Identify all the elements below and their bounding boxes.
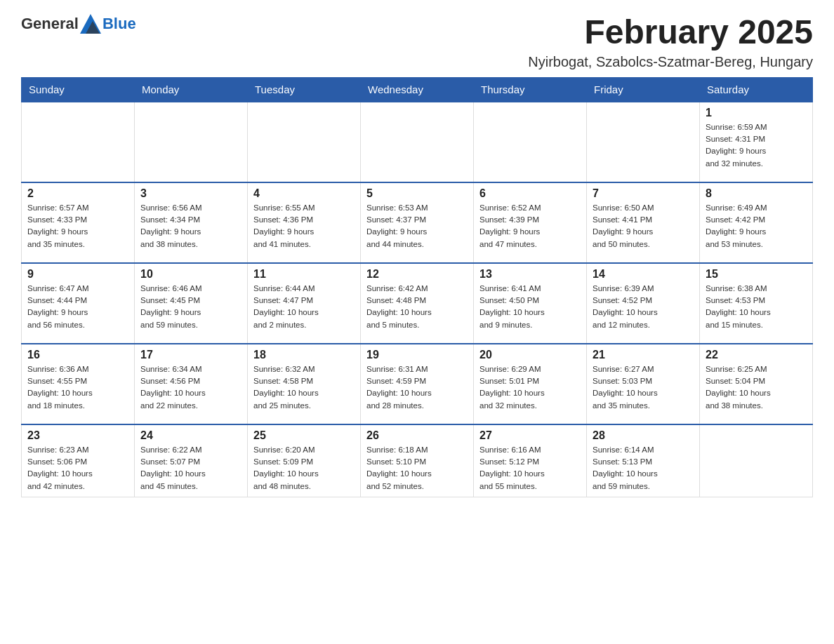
location-title: Nyirbogat, Szabolcs-Szatmar-Bereg, Hunga… (528, 54, 813, 70)
day-number: 25 (253, 429, 355, 442)
calendar-day-cell (700, 424, 813, 497)
day-number: 24 (140, 429, 241, 442)
calendar-day-cell: 22Sunrise: 6:25 AM Sunset: 5:04 PM Dayli… (700, 344, 813, 424)
calendar-day-cell: 26Sunrise: 6:18 AM Sunset: 5:10 PM Dayli… (361, 424, 474, 497)
day-number: 27 (479, 429, 581, 442)
weekday-header-thursday: Thursday (474, 77, 587, 102)
calendar-day-cell: 14Sunrise: 6:39 AM Sunset: 4:52 PM Dayli… (587, 263, 700, 344)
day-info: Sunrise: 6:39 AM Sunset: 4:52 PM Dayligh… (593, 283, 694, 331)
day-number: 3 (140, 187, 241, 200)
month-title: February 2025 (528, 14, 813, 51)
day-number: 21 (593, 349, 694, 361)
weekday-header-wednesday: Wednesday (361, 77, 474, 102)
day-number: 22 (706, 349, 807, 361)
calendar-day-cell: 6Sunrise: 6:52 AM Sunset: 4:39 PM Daylig… (474, 182, 587, 263)
calendar-day-cell (587, 102, 700, 182)
day-info: Sunrise: 6:57 AM Sunset: 4:33 PM Dayligh… (27, 202, 128, 250)
calendar-day-cell: 15Sunrise: 6:38 AM Sunset: 4:53 PM Dayli… (700, 263, 813, 344)
day-number: 19 (366, 349, 468, 361)
calendar-day-cell: 19Sunrise: 6:31 AM Sunset: 4:59 PM Dayli… (361, 344, 474, 424)
logo-icon (80, 14, 101, 34)
calendar-day-cell: 16Sunrise: 6:36 AM Sunset: 4:55 PM Dayli… (22, 344, 135, 424)
logo: General Blue (21, 14, 136, 34)
calendar-day-cell: 8Sunrise: 6:49 AM Sunset: 4:42 PM Daylig… (700, 182, 813, 263)
day-info: Sunrise: 6:56 AM Sunset: 4:34 PM Dayligh… (140, 202, 241, 250)
day-number: 15 (706, 268, 807, 281)
calendar-day-cell (135, 102, 248, 182)
calendar-week-row: 23Sunrise: 6:23 AM Sunset: 5:06 PM Dayli… (22, 424, 813, 497)
day-info: Sunrise: 6:32 AM Sunset: 4:58 PM Dayligh… (253, 363, 355, 412)
day-info: Sunrise: 6:53 AM Sunset: 4:37 PM Dayligh… (366, 202, 468, 250)
day-info: Sunrise: 6:27 AM Sunset: 5:03 PM Dayligh… (593, 363, 694, 412)
day-number: 12 (366, 268, 468, 281)
day-number: 26 (366, 429, 468, 442)
calendar-table: SundayMondayTuesdayWednesdayThursdayFrid… (21, 77, 813, 497)
calendar-day-cell: 13Sunrise: 6:41 AM Sunset: 4:50 PM Dayli… (474, 263, 587, 344)
calendar-day-cell: 27Sunrise: 6:16 AM Sunset: 5:12 PM Dayli… (474, 424, 587, 497)
calendar-day-cell: 9Sunrise: 6:47 AM Sunset: 4:44 PM Daylig… (22, 263, 135, 344)
day-number: 2 (27, 187, 128, 200)
calendar-day-cell (248, 102, 361, 182)
calendar-day-cell: 11Sunrise: 6:44 AM Sunset: 4:47 PM Dayli… (248, 263, 361, 344)
calendar-day-cell (474, 102, 587, 182)
weekday-header-saturday: Saturday (700, 77, 813, 102)
day-number: 11 (253, 268, 355, 281)
day-info: Sunrise: 6:16 AM Sunset: 5:12 PM Dayligh… (479, 444, 581, 492)
day-info: Sunrise: 6:14 AM Sunset: 5:13 PM Dayligh… (593, 444, 694, 492)
day-info: Sunrise: 6:36 AM Sunset: 4:55 PM Dayligh… (27, 363, 128, 412)
day-number: 10 (140, 268, 241, 281)
weekday-header-tuesday: Tuesday (248, 77, 361, 102)
logo-blue-text: Blue (102, 15, 136, 33)
day-info: Sunrise: 6:22 AM Sunset: 5:07 PM Dayligh… (140, 444, 241, 492)
day-info: Sunrise: 6:44 AM Sunset: 4:47 PM Dayligh… (253, 283, 355, 331)
day-number: 7 (593, 187, 694, 200)
calendar-day-cell: 28Sunrise: 6:14 AM Sunset: 5:13 PM Dayli… (587, 424, 700, 497)
calendar-day-cell (22, 102, 135, 182)
day-number: 9 (27, 268, 128, 281)
day-number: 13 (479, 268, 581, 281)
day-number: 17 (140, 349, 241, 361)
day-info: Sunrise: 6:47 AM Sunset: 4:44 PM Dayligh… (27, 283, 128, 331)
day-info: Sunrise: 6:34 AM Sunset: 4:56 PM Dayligh… (140, 363, 241, 412)
day-info: Sunrise: 6:49 AM Sunset: 4:42 PM Dayligh… (706, 202, 807, 250)
calendar-day-cell: 23Sunrise: 6:23 AM Sunset: 5:06 PM Dayli… (22, 424, 135, 497)
day-number: 16 (27, 349, 128, 361)
day-number: 5 (366, 187, 468, 200)
day-info: Sunrise: 6:46 AM Sunset: 4:45 PM Dayligh… (140, 283, 241, 331)
weekday-header-monday: Monday (135, 77, 248, 102)
calendar-day-cell (361, 102, 474, 182)
calendar-week-row: 2Sunrise: 6:57 AM Sunset: 4:33 PM Daylig… (22, 182, 813, 263)
day-number: 8 (706, 187, 807, 200)
weekday-header-row: SundayMondayTuesdayWednesdayThursdayFrid… (22, 77, 813, 102)
day-info: Sunrise: 6:42 AM Sunset: 4:48 PM Dayligh… (366, 283, 468, 331)
day-number: 6 (479, 187, 581, 200)
day-info: Sunrise: 6:41 AM Sunset: 4:50 PM Dayligh… (479, 283, 581, 331)
day-info: Sunrise: 6:52 AM Sunset: 4:39 PM Dayligh… (479, 202, 581, 250)
day-number: 18 (253, 349, 355, 361)
day-info: Sunrise: 6:50 AM Sunset: 4:41 PM Dayligh… (593, 202, 694, 250)
calendar-day-cell: 3Sunrise: 6:56 AM Sunset: 4:34 PM Daylig… (135, 182, 248, 263)
day-info: Sunrise: 6:18 AM Sunset: 5:10 PM Dayligh… (366, 444, 468, 492)
weekday-header-friday: Friday (587, 77, 700, 102)
calendar-day-cell: 1Sunrise: 6:59 AM Sunset: 4:31 PM Daylig… (700, 102, 813, 182)
calendar-day-cell: 10Sunrise: 6:46 AM Sunset: 4:45 PM Dayli… (135, 263, 248, 344)
calendar-day-cell: 5Sunrise: 6:53 AM Sunset: 4:37 PM Daylig… (361, 182, 474, 263)
day-info: Sunrise: 6:23 AM Sunset: 5:06 PM Dayligh… (27, 444, 128, 492)
calendar-day-cell: 24Sunrise: 6:22 AM Sunset: 5:07 PM Dayli… (135, 424, 248, 497)
day-info: Sunrise: 6:55 AM Sunset: 4:36 PM Dayligh… (253, 202, 355, 250)
day-info: Sunrise: 6:20 AM Sunset: 5:09 PM Dayligh… (253, 444, 355, 492)
calendar-day-cell: 12Sunrise: 6:42 AM Sunset: 4:48 PM Dayli… (361, 263, 474, 344)
day-info: Sunrise: 6:25 AM Sunset: 5:04 PM Dayligh… (706, 363, 807, 412)
weekday-header-sunday: Sunday (22, 77, 135, 102)
day-number: 4 (253, 187, 355, 200)
day-info: Sunrise: 6:29 AM Sunset: 5:01 PM Dayligh… (479, 363, 581, 412)
day-number: 20 (479, 349, 581, 361)
logo-general-text: General (21, 15, 79, 33)
calendar-day-cell: 7Sunrise: 6:50 AM Sunset: 4:41 PM Daylig… (587, 182, 700, 263)
day-info: Sunrise: 6:38 AM Sunset: 4:53 PM Dayligh… (706, 283, 807, 331)
calendar-week-row: 9Sunrise: 6:47 AM Sunset: 4:44 PM Daylig… (22, 263, 813, 344)
page-header: General Blue February 2025 Nyirbogat, Sz… (21, 14, 813, 70)
calendar-day-cell: 18Sunrise: 6:32 AM Sunset: 4:58 PM Dayli… (248, 344, 361, 424)
calendar-day-cell: 25Sunrise: 6:20 AM Sunset: 5:09 PM Dayli… (248, 424, 361, 497)
calendar-week-row: 1Sunrise: 6:59 AM Sunset: 4:31 PM Daylig… (22, 102, 813, 182)
